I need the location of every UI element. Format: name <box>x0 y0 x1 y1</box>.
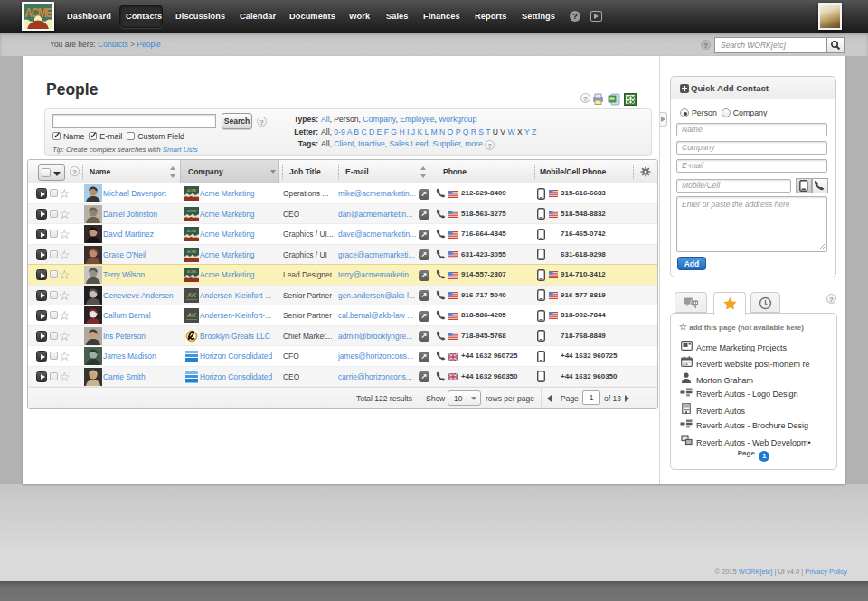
svg-text:ACME: ACME <box>187 189 197 193</box>
svg-text:ACME: ACME <box>187 230 197 233</box>
svg-text:AK: AK <box>186 312 197 318</box>
svg-text:ACME: ACME <box>187 250 197 254</box>
svg-text:ACME: ACME <box>187 270 197 274</box>
svg-text:AK: AK <box>186 292 197 298</box>
svg-text:ACME: ACME <box>187 210 197 213</box>
